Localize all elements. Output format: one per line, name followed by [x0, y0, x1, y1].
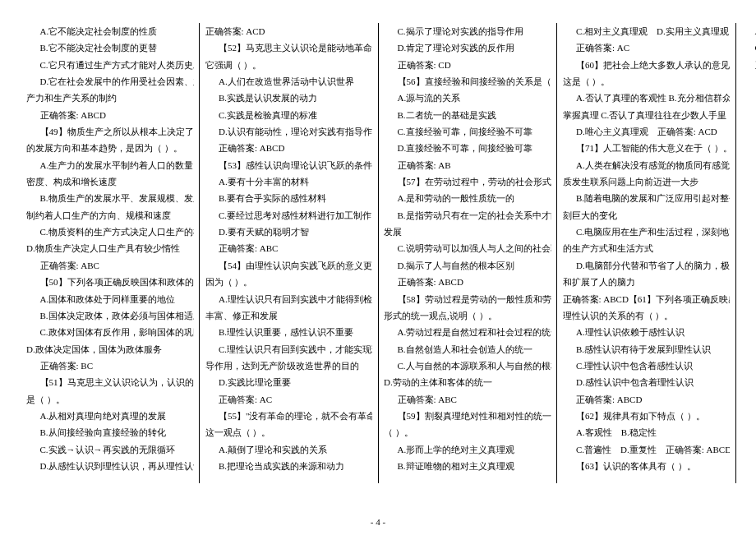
- text-line: C.实践→认识→再实践的无限循环: [26, 441, 194, 458]
- text-line: 这是（ ）。: [563, 73, 731, 90]
- text-line: D.物质生产决定人口生产具有较少惰性: [26, 240, 194, 256]
- text-line: B.把理论当成实践的来源和动力: [205, 458, 373, 474]
- text-line: 掌握真理 C.否认了真理往往在少数人手里: [563, 107, 731, 123]
- text-line: 正确答案: AB: [384, 157, 551, 173]
- text-line: 【59】割裂真理绝对性和相对性的统一会导致: [384, 408, 551, 424]
- text-line: 【62】规律具有如下特点（ ）。: [563, 408, 731, 424]
- text-line: 【60】把社会上绝大多数人承认的意见视为真理，: [563, 57, 731, 73]
- text-line: D.认识有能动性，理论对实践有指导作用: [205, 123, 373, 140]
- text-line: 【55】"没有革命的理论，就不会有革命的运动": [205, 408, 373, 424]
- text-line: 产力和生产关系的制约: [26, 90, 194, 106]
- text-line: B.随着电脑的发展和广泛应用引起对整个世界深: [563, 190, 731, 206]
- text-line: D.肯定了理论对实践的反作用: [384, 39, 551, 56]
- text-line: C.实践是检验真理的标准: [205, 107, 373, 123]
- text-line: 导作用，达到无产阶级改造世界的目的: [205, 357, 373, 374]
- text-line: A.人们在改造世界活动中认识世界: [205, 73, 373, 90]
- text-line: A.要有十分丰富的材料: [205, 173, 373, 190]
- text-line: D.劳动的主体和客体的统一: [384, 374, 551, 390]
- text-line: D.揭示了人与自然的根本区别: [384, 257, 551, 274]
- text-line: 理性认识的关系的有（ ）。: [563, 307, 731, 324]
- text-line: B.自然创造人和社会创造人的统一: [384, 341, 551, 357]
- text-line: A.国体和政体处于同样重要的地位: [26, 291, 194, 307]
- text-line: A.颠倒了理论和实践的关系: [205, 441, 373, 458]
- text-line: 发展: [384, 224, 551, 240]
- text-line: B.感性认识有待于发展到理性认识: [563, 341, 731, 357]
- text-line: C.物质资料的生产方式决定人口生产的社会形式: [26, 224, 194, 240]
- text-line: 正确答案: AC: [205, 391, 373, 408]
- text-line: D.唯心主义真理观 正确答案: ACD: [563, 123, 731, 140]
- text-line: 【51】马克思主义认识论认为，认识的辩证过程: [26, 374, 194, 390]
- content-columns: A.它不能决定社会制度的性质B.它不能决定社会制度的更替C.它只有通过生产方式才…: [26, 23, 730, 483]
- text-line: B.辩证唯物的相对主义真理观: [384, 458, 551, 474]
- exam-page: A.它不能决定社会制度的性质B.它不能决定社会制度的更替C.它只有通过生产方式才…: [0, 0, 756, 535]
- text-line: D.感性认识中包含着理性认识: [563, 374, 731, 390]
- text-line: 【63】认识的客体具有（ ）。: [563, 458, 731, 474]
- text-line: 刻巨大的变化: [563, 207, 731, 224]
- text-line: C.客观性 D.社会历史性: [741, 39, 756, 56]
- text-line: D.实践比理论重要: [205, 374, 373, 390]
- text-line: D.从感性认识到理性认识，再从理性认识到实践: [26, 458, 194, 474]
- text-line: 正确答案: ABCD【61】下列各项正确反映感性认识与: [563, 291, 731, 307]
- text-line: 【64】不可知论（ ）。: [741, 73, 756, 90]
- text-line: B.国体决定政体，政体必须与国体相适应: [26, 307, 194, 324]
- text-line: B.它不能决定社会制度的更替: [26, 39, 194, 56]
- text-line: 它强调（ ）。: [205, 57, 373, 73]
- text-line: 【49】物质生产之所以从根本上决定了人口生产: [26, 123, 194, 140]
- text-line: B.是指劳动只有在一定的社会关系中才能展开和: [384, 207, 551, 224]
- text-line: 因为（ ）。: [205, 274, 373, 290]
- text-line: A.是和劳动的一般性质统一的: [384, 190, 551, 206]
- text-line: D.政体决定国体，国体为政体服务: [26, 341, 194, 357]
- text-line: C.政体对国体有反作用，影响国体的巩固和发展: [26, 324, 194, 340]
- text-line: B.实践是认识发展的动力: [205, 90, 373, 106]
- text-line: 正确答案: ACD: [741, 57, 756, 73]
- text-line: 【71】人工智能的伟大意义在于（ ）。: [563, 140, 731, 156]
- text-line: C.人与自然的本源联系和人与自然的根本区别: [384, 357, 551, 374]
- text-line: 【54】由理性认识向实践飞跃的意义更加伟大，: [205, 257, 373, 274]
- text-line: B.要有合乎实际的感性材料: [205, 190, 373, 206]
- text-line: C.直接经验可靠，间接经验不可靠: [384, 123, 551, 140]
- text-line: 丰富、修正和发展: [205, 307, 373, 324]
- text-line: 【58】劳动过程是劳动的一般性质和劳动的社会: [384, 291, 551, 307]
- text-line: B.从间接经验向直接经验的转化: [26, 424, 194, 440]
- text-line: 【57】在劳动过程中，劳动的社会形式（ ）。: [384, 173, 551, 190]
- text-line: 正确答案: ABCD: [384, 274, 551, 290]
- text-line: B.物质生产的发展水平、发展规模、发展速度，: [26, 190, 194, 206]
- text-line: A.从相对真理向绝对真理的发展: [26, 408, 194, 424]
- text-line: 正确答案: ABCD: [26, 107, 194, 123]
- text-line: D.要有天赋的聪明才智: [205, 224, 373, 240]
- text-line: 正确答案: CD: [384, 57, 551, 73]
- text-line: C.相对主义真理观 D.实用主义真理观: [563, 23, 731, 39]
- text-line: D.它在社会发展中的作用受社会因素、主要受生: [26, 73, 194, 90]
- text-line: A.否认了真理的客观性 B.充分相信群众，使群众: [563, 90, 731, 106]
- text-line: 形式的统一观点,说明（ ）。: [384, 307, 551, 324]
- text-line: 的生产方式和生活方式: [563, 240, 731, 256]
- text-line: （ ）。: [384, 424, 551, 440]
- page-number: - 4 -: [0, 517, 756, 527]
- text-line: C.电脑应用在生产和生活过程，深刻地改变了人们: [563, 224, 731, 240]
- text-line: 密度、构成和增长速度: [26, 173, 194, 190]
- text-line: D.直接经验不可靠，间接经验可靠: [384, 140, 551, 156]
- text-line: 【50】下列各项正确反映国体和政体的关系的有: [26, 274, 194, 290]
- text-line: 正确答案: ABC: [384, 391, 551, 408]
- text-line: 制约着人口生产的方向、规模和速度: [26, 207, 194, 224]
- text-line: 正确答案: ABC: [205, 240, 373, 256]
- text-line: 的发展方向和基本趋势，是因为（ ）。: [26, 140, 194, 156]
- text-line: 正确答案: ABCD: [205, 140, 373, 156]
- text-line: 这一观点（ ）。: [205, 424, 373, 440]
- text-line: A.它不能决定社会制度的性质: [26, 23, 194, 39]
- text-line: 正确答案: AC: [563, 39, 731, 56]
- text-line: A.客观性 B.稳定性: [563, 424, 731, 440]
- text-line: C.揭示了理论对实践的指导作用: [384, 23, 551, 39]
- text-line: 质发生联系问题上向前迈进一大步: [563, 173, 731, 190]
- text-line: 和扩展了人的脑力: [563, 274, 731, 290]
- text-line: A.人类在解决没有感觉的物质同有感觉能力的物: [563, 157, 731, 173]
- text-line: 【56】直接经验和间接经验的关系是（ ）。: [384, 73, 551, 90]
- text-line: A.生产力的发展水平制约着人口的数量、质量、: [26, 157, 194, 173]
- text-line: B.理性认识重要，感性认识不重要: [205, 324, 373, 340]
- text-line: 是（ ）。: [26, 391, 194, 408]
- text-line: C.理性认识只有回到实践中，才能实现理论的指: [205, 341, 373, 357]
- text-line: C.它只有通过生产方式才能对人类历史发生作用: [26, 57, 194, 73]
- text-line: C.理性认识中包含着感性认识: [563, 357, 731, 374]
- text-line: 正确答案: ABC: [26, 257, 194, 274]
- text-line: C.要经过思考对感性材料进行加工制作: [205, 207, 373, 224]
